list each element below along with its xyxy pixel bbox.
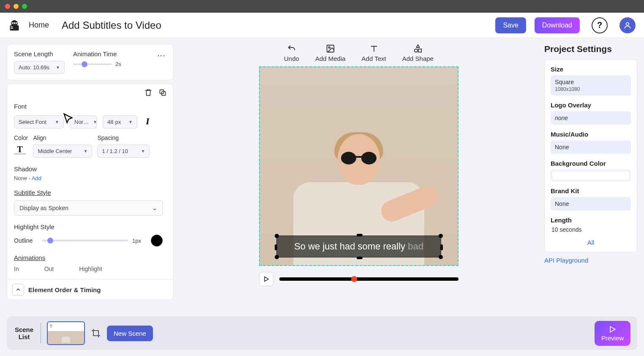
font-weight-value: Nor… [74, 119, 89, 125]
element-settings-card: Font Select Font ▼ Nor… ▼ 48 px ▼ [7, 84, 173, 300]
font-size-value: 48 [107, 119, 113, 125]
highlight-outline-label: Outline [14, 237, 38, 244]
slider-thumb[interactable] [82, 61, 87, 67]
window-titlebar [0, 0, 644, 13]
svg-rect-1 [11, 26, 13, 27]
text-color-picker[interactable]: T [14, 145, 26, 155]
shadow-value: None - Add [14, 175, 163, 181]
resize-handle[interactable] [439, 255, 443, 259]
timeline-track[interactable] [279, 277, 458, 281]
canvas-area: Undo Add Media Add Text Add Shape [179, 44, 538, 300]
animation-in-label: In [14, 266, 19, 272]
divider [41, 323, 41, 343]
video-canvas[interactable]: So we just had some really bad [259, 66, 458, 266]
subtitle-style-dropdown[interactable]: Display as Spoken ⌄ [14, 200, 163, 216]
crop-icon[interactable] [91, 328, 101, 338]
help-button[interactable]: ? [592, 17, 608, 33]
subtitle-text: So we just had some really [294, 241, 408, 252]
scene-thumbnail[interactable]: ⠿ [47, 321, 85, 345]
brand-kit-field[interactable]: None [551, 197, 631, 211]
svg-rect-13 [418, 49, 421, 52]
element-order-toggle[interactable]: Element Order & Timing [7, 279, 173, 300]
duplicate-button[interactable] [158, 88, 167, 99]
resize-handle[interactable] [357, 257, 363, 259]
resize-handle[interactable] [439, 234, 443, 238]
delete-button[interactable] [144, 88, 153, 99]
highlight-style-head: Highlight Style [14, 223, 163, 230]
scene-length-label: Scene Length [14, 50, 65, 58]
new-scene-button[interactable]: New Scene [107, 326, 153, 341]
svg-point-11 [328, 47, 330, 48]
save-button[interactable]: Save [495, 17, 526, 33]
background-color-field[interactable] [551, 170, 631, 181]
left-panel: Scene Length Auto: 10.69s ▼ Animation Ti… [7, 44, 173, 300]
canvas-toolbar: Undo Add Media Add Text Add Shape [284, 44, 434, 62]
resize-handle[interactable] [275, 244, 277, 250]
project-settings-card: Size Square 1080x1080 Logo Overlay none … [544, 59, 637, 252]
spacing-value: 1 / 1.2 / 10 [102, 148, 128, 154]
size-field[interactable]: Square 1080x1080 [551, 75, 631, 96]
shadow-add-link[interactable]: Add [32, 175, 41, 181]
chevron-down-icon: ▼ [84, 149, 88, 153]
music-audio-field[interactable]: None [551, 140, 631, 154]
right-panel: Project Settings Size Square 1080x1080 L… [544, 44, 637, 300]
animation-time-slider[interactable] [73, 63, 112, 65]
resize-handle[interactable] [275, 234, 279, 238]
window-maximize-icon[interactable] [22, 4, 27, 9]
scene-length-value: Auto: 10.69s [19, 64, 49, 71]
slider-thumb[interactable] [47, 238, 53, 244]
resize-handle[interactable] [275, 255, 279, 259]
timeline-playhead[interactable] [351, 276, 357, 282]
download-button[interactable]: Download [535, 17, 580, 33]
svg-point-5 [13, 22, 14, 24]
chevron-down-icon: ▼ [93, 120, 97, 124]
animations-head[interactable]: Animations [14, 254, 163, 261]
window-minimize-icon[interactable] [14, 4, 19, 9]
play-button[interactable] [259, 272, 273, 286]
italic-toggle[interactable]: I [143, 114, 152, 129]
chevron-down-icon: ▼ [56, 65, 60, 70]
all-settings-link[interactable]: All [551, 239, 631, 246]
player-controls [259, 272, 458, 286]
scene-length-dropdown[interactable]: Auto: 10.69s ▼ [14, 61, 65, 74]
undo-button[interactable]: Undo [284, 44, 299, 62]
app-header: Home Add Subtitles to Video Save Downloa… [0, 13, 644, 38]
account-button[interactable] [619, 17, 636, 33]
svg-point-6 [15, 22, 16, 24]
scene-overflow-menu[interactable]: ⋮ [157, 52, 166, 59]
api-playground-link[interactable]: API Playground [544, 257, 637, 264]
highlight-outline-slider[interactable] [42, 240, 128, 241]
align-value: Middle Center [38, 148, 72, 154]
shadow-label: Shadow [14, 165, 163, 173]
add-media-button[interactable]: Add Media [315, 44, 346, 62]
svg-point-12 [415, 49, 418, 52]
preview-button[interactable]: Preview [595, 321, 630, 346]
spacing-dropdown[interactable]: 1 / 1.2 / 10 ▼ [97, 145, 150, 158]
subtitle-element[interactable]: So we just had some really bad [276, 236, 441, 257]
chevron-up-icon[interactable] [12, 284, 24, 296]
align-dropdown[interactable]: Middle Center ▼ [33, 145, 92, 158]
brand-kit-label: Brand Kit [551, 187, 631, 194]
font-family-dropdown[interactable]: Select Font ▼ [14, 115, 64, 129]
home-link[interactable]: Home [29, 21, 49, 30]
animation-highlight-label: Highlight [79, 266, 102, 272]
resize-handle[interactable] [440, 244, 443, 250]
subtitle-style-value: Display as Spoken [19, 205, 68, 211]
resize-handle[interactable] [357, 234, 363, 236]
add-text-button[interactable]: Add Text [362, 44, 386, 62]
align-label: Align [33, 134, 92, 141]
highlight-outline-value: 1px [132, 238, 147, 244]
highlight-color-picker[interactable] [151, 235, 163, 246]
subtitle-style-head[interactable]: Subtitle Style [14, 189, 163, 196]
subtitle-text-faded: bad [408, 241, 423, 252]
font-weight-dropdown[interactable]: Nor… ▼ [70, 115, 97, 129]
logo-overlay-field[interactable]: none [551, 111, 631, 125]
spacing-label: Spacing [97, 134, 150, 141]
window-close-icon[interactable] [5, 4, 10, 9]
font-size-dropdown[interactable]: 48 px ▼ [103, 115, 137, 129]
svg-rect-4 [12, 22, 17, 24]
app-logo-icon [8, 19, 20, 31]
length-label: Length [551, 216, 631, 224]
add-shape-button[interactable]: Add Shape [402, 44, 434, 62]
scene-list-bar: Scene List ⠿ New Scene Preview [7, 316, 637, 350]
